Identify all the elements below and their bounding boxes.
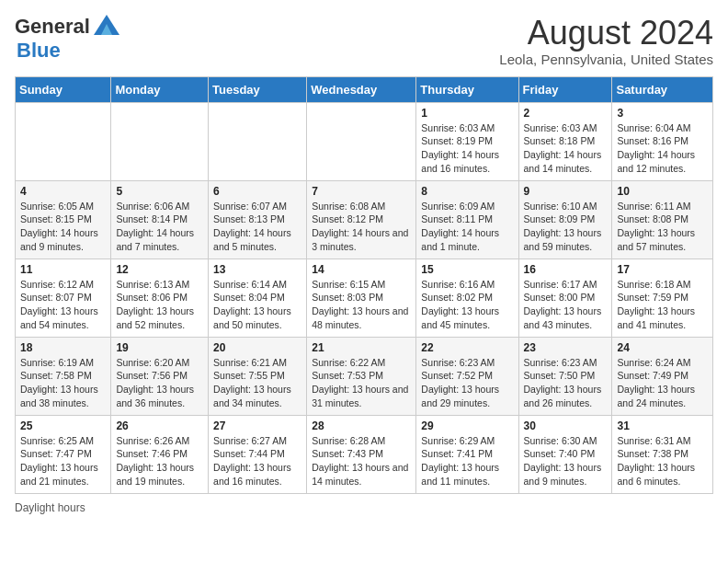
calendar-week-row: 11 Sunrise: 6:12 AMSunset: 8:07 PMDaylig… (16, 259, 713, 337)
cell-content: 18 Sunrise: 6:19 AMSunset: 7:58 PMDaylig… (20, 341, 106, 410)
cell-content: 16 Sunrise: 6:17 AMSunset: 8:00 PMDaylig… (524, 263, 608, 332)
logo-icon (94, 15, 119, 35)
table-row: 17 Sunrise: 6:18 AMSunset: 7:59 PMDaylig… (612, 259, 713, 337)
day-number: 29 (421, 419, 513, 432)
col-tuesday: Tuesday (209, 76, 307, 102)
day-info: Sunrise: 6:25 AMSunset: 7:47 PMDaylight:… (20, 434, 106, 488)
day-number: 23 (524, 341, 608, 354)
day-info: Sunrise: 6:12 AMSunset: 8:07 PMDaylight:… (20, 278, 106, 332)
daylight-hours-label: Daylight hours (15, 501, 85, 514)
cell-content: 3 Sunrise: 6:04 AMSunset: 8:16 PMDayligh… (617, 107, 708, 176)
cell-content: 10 Sunrise: 6:11 AMSunset: 8:08 PMDaylig… (617, 185, 708, 254)
cell-content: 25 Sunrise: 6:25 AMSunset: 7:47 PMDaylig… (20, 419, 106, 488)
cell-content: 9 Sunrise: 6:10 AMSunset: 8:09 PMDayligh… (524, 185, 608, 254)
header-row: Sunday Monday Tuesday Wednesday Thursday… (16, 76, 713, 102)
table-row (209, 102, 307, 180)
cell-content: 12 Sunrise: 6:13 AMSunset: 8:06 PMDaylig… (116, 263, 203, 332)
table-row: 21 Sunrise: 6:22 AMSunset: 7:53 PMDaylig… (307, 337, 416, 415)
cell-content: 24 Sunrise: 6:24 AMSunset: 7:49 PMDaylig… (617, 341, 708, 410)
cell-content: 13 Sunrise: 6:14 AMSunset: 8:04 PMDaylig… (213, 263, 301, 332)
cell-content: 21 Sunrise: 6:22 AMSunset: 7:53 PMDaylig… (312, 341, 411, 410)
day-info: Sunrise: 6:11 AMSunset: 8:08 PMDaylight:… (617, 200, 708, 254)
table-row: 10 Sunrise: 6:11 AMSunset: 8:08 PMDaylig… (612, 180, 713, 259)
blue-text: Blue (17, 39, 61, 62)
table-row (16, 102, 111, 180)
day-number: 11 (20, 263, 106, 276)
day-info: Sunrise: 6:08 AMSunset: 8:12 PMDaylight:… (312, 200, 411, 254)
table-row: 9 Sunrise: 6:10 AMSunset: 8:09 PMDayligh… (518, 180, 612, 259)
cell-content: 30 Sunrise: 6:30 AMSunset: 7:40 PMDaylig… (524, 419, 608, 488)
day-info: Sunrise: 6:03 AMSunset: 8:18 PMDaylight:… (524, 121, 608, 176)
day-info: Sunrise: 6:14 AMSunset: 8:04 PMDaylight:… (213, 278, 301, 332)
table-row: 4 Sunrise: 6:05 AMSunset: 8:15 PMDayligh… (16, 180, 111, 259)
table-row: 2 Sunrise: 6:03 AMSunset: 8:18 PMDayligh… (518, 102, 612, 180)
table-row: 29 Sunrise: 6:29 AMSunset: 7:41 PMDaylig… (416, 415, 518, 493)
table-row: 11 Sunrise: 6:12 AMSunset: 8:07 PMDaylig… (16, 259, 111, 337)
cell-content: 4 Sunrise: 6:05 AMSunset: 8:15 PMDayligh… (20, 185, 106, 254)
cell-content: 14 Sunrise: 6:15 AMSunset: 8:03 PMDaylig… (312, 263, 411, 332)
day-info: Sunrise: 6:16 AMSunset: 8:02 PMDaylight:… (421, 278, 513, 332)
day-info: Sunrise: 6:09 AMSunset: 8:11 PMDaylight:… (421, 200, 513, 254)
day-info: Sunrise: 6:22 AMSunset: 7:53 PMDaylight:… (312, 356, 411, 410)
day-number: 3 (617, 107, 708, 120)
calendar-week-row: 18 Sunrise: 6:19 AMSunset: 7:58 PMDaylig… (16, 337, 713, 415)
table-row: 8 Sunrise: 6:09 AMSunset: 8:11 PMDayligh… (416, 180, 518, 259)
calendar-week-row: 4 Sunrise: 6:05 AMSunset: 8:15 PMDayligh… (16, 180, 713, 259)
day-number: 26 (116, 419, 203, 432)
day-number: 15 (421, 263, 513, 276)
table-row (111, 102, 209, 180)
table-row: 12 Sunrise: 6:13 AMSunset: 8:06 PMDaylig… (111, 259, 209, 337)
day-info: Sunrise: 6:18 AMSunset: 7:59 PMDaylight:… (617, 278, 708, 332)
cell-content: 15 Sunrise: 6:16 AMSunset: 8:02 PMDaylig… (421, 263, 513, 332)
calendar-table: Sunday Monday Tuesday Wednesday Thursday… (15, 76, 713, 494)
day-info: Sunrise: 6:10 AMSunset: 8:09 PMDaylight:… (524, 200, 608, 254)
day-number: 13 (213, 263, 301, 276)
cell-content: 1 Sunrise: 6:03 AMSunset: 8:19 PMDayligh… (421, 107, 513, 176)
cell-content: 28 Sunrise: 6:28 AMSunset: 7:43 PMDaylig… (312, 419, 411, 488)
table-row: 20 Sunrise: 6:21 AMSunset: 7:55 PMDaylig… (209, 337, 307, 415)
cell-content: 22 Sunrise: 6:23 AMSunset: 7:52 PMDaylig… (421, 341, 513, 410)
table-row: 24 Sunrise: 6:24 AMSunset: 7:49 PMDaylig… (612, 337, 713, 415)
location-subtitle: Leola, Pennsylvania, United States (499, 52, 713, 67)
day-info: Sunrise: 6:21 AMSunset: 7:55 PMDaylight:… (213, 356, 301, 410)
table-row: 23 Sunrise: 6:23 AMSunset: 7:50 PMDaylig… (518, 337, 612, 415)
day-info: Sunrise: 6:27 AMSunset: 7:44 PMDaylight:… (213, 434, 301, 488)
day-info: Sunrise: 6:23 AMSunset: 7:52 PMDaylight:… (421, 356, 513, 410)
day-info: Sunrise: 6:20 AMSunset: 7:56 PMDaylight:… (116, 356, 203, 410)
day-number: 24 (617, 341, 708, 354)
table-row: 14 Sunrise: 6:15 AMSunset: 8:03 PMDaylig… (307, 259, 416, 337)
table-row: 13 Sunrise: 6:14 AMSunset: 8:04 PMDaylig… (209, 259, 307, 337)
logo-area: General Blue (15, 15, 119, 63)
day-number: 17 (617, 263, 708, 276)
cell-content: 7 Sunrise: 6:08 AMSunset: 8:12 PMDayligh… (312, 185, 411, 254)
table-row: 18 Sunrise: 6:19 AMSunset: 7:58 PMDaylig… (16, 337, 111, 415)
day-info: Sunrise: 6:07 AMSunset: 8:13 PMDaylight:… (213, 200, 301, 254)
table-row: 27 Sunrise: 6:27 AMSunset: 7:44 PMDaylig… (209, 415, 307, 493)
day-info: Sunrise: 6:17 AMSunset: 8:00 PMDaylight:… (524, 278, 608, 332)
cell-content: 31 Sunrise: 6:31 AMSunset: 7:38 PMDaylig… (617, 419, 708, 488)
cell-content: 6 Sunrise: 6:07 AMSunset: 8:13 PMDayligh… (213, 185, 301, 254)
table-row: 25 Sunrise: 6:25 AMSunset: 7:47 PMDaylig… (16, 415, 111, 493)
table-row: 7 Sunrise: 6:08 AMSunset: 8:12 PMDayligh… (307, 180, 416, 259)
day-info: Sunrise: 6:23 AMSunset: 7:50 PMDaylight:… (524, 356, 608, 410)
day-number: 1 (421, 107, 513, 120)
cell-content: 29 Sunrise: 6:29 AMSunset: 7:41 PMDaylig… (421, 419, 513, 488)
page-header: General Blue August 2024 Leola, Pennsylv… (15, 15, 713, 67)
day-number: 4 (20, 185, 106, 198)
title-area: August 2024 Leola, Pennsylvania, United … (499, 15, 713, 67)
col-sunday: Sunday (16, 76, 111, 102)
day-number: 18 (20, 341, 106, 354)
cell-content: 2 Sunrise: 6:03 AMSunset: 8:18 PMDayligh… (524, 107, 608, 176)
day-info: Sunrise: 6:28 AMSunset: 7:43 PMDaylight:… (312, 434, 411, 488)
table-row: 30 Sunrise: 6:30 AMSunset: 7:40 PMDaylig… (518, 415, 612, 493)
day-number: 25 (20, 419, 106, 432)
table-row: 1 Sunrise: 6:03 AMSunset: 8:19 PMDayligh… (416, 102, 518, 180)
day-number: 31 (617, 419, 708, 432)
col-friday: Friday (518, 76, 612, 102)
day-number: 8 (421, 185, 513, 198)
day-number: 9 (524, 185, 608, 198)
col-saturday: Saturday (612, 76, 713, 102)
day-info: Sunrise: 6:06 AMSunset: 8:14 PMDaylight:… (116, 200, 203, 254)
day-info: Sunrise: 6:30 AMSunset: 7:40 PMDaylight:… (524, 434, 608, 488)
col-monday: Monday (111, 76, 209, 102)
